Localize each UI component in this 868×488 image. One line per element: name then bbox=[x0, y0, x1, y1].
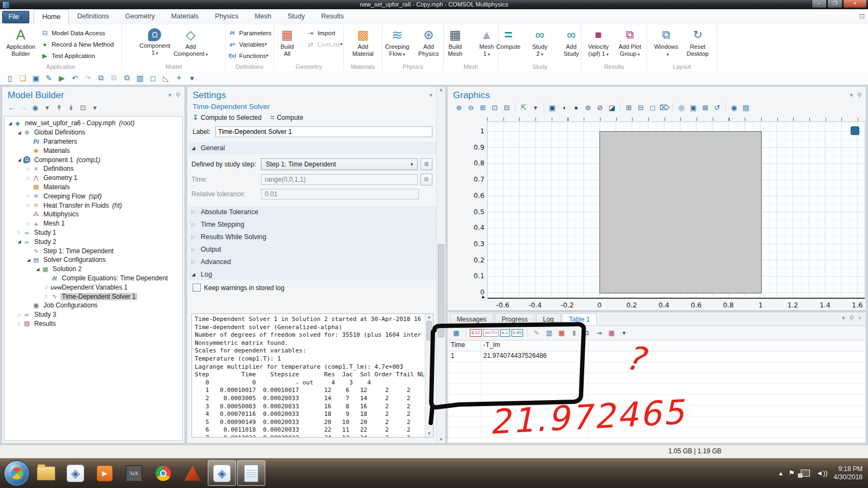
collapse-icon[interactable]: ◢ bbox=[16, 130, 23, 135]
tab-geometry[interactable]: Geometry bbox=[117, 9, 163, 24]
chevron-down-icon[interactable]: ▾ bbox=[618, 329, 629, 337]
comsol-window-button[interactable]: ◈ bbox=[208, 460, 236, 486]
tab-study[interactable]: Study bbox=[279, 9, 313, 24]
select-button[interactable]: ▣ bbox=[546, 104, 558, 112]
move-down-button[interactable]: ↡ bbox=[65, 104, 77, 112]
add-component-button[interactable]: ◇AddComponent ▾ bbox=[172, 25, 209, 62]
build-mesh-button[interactable]: ▦BuildMesh bbox=[439, 25, 471, 62]
tree-item[interactable]: ⁂Multiphysics bbox=[4, 210, 182, 219]
variables-button[interactable]: a=Variables ▾ bbox=[225, 38, 275, 50]
scroll-up-icon[interactable]: ▲ bbox=[437, 87, 445, 93]
tree-item[interactable]: ▷uvwDependent Variables 1 bbox=[4, 282, 182, 292]
expand-icon[interactable]: ▷ bbox=[25, 203, 32, 208]
study-2-button[interactable]: ∞Study2 ▾ bbox=[524, 25, 556, 62]
comsol-button[interactable]: ◈ bbox=[61, 458, 90, 488]
scientific-notation-button[interactable]: e-1 bbox=[500, 329, 510, 337]
log-scrollbar[interactable]: ▲ ▼ bbox=[425, 314, 433, 437]
compute-button[interactable]: =Compute bbox=[270, 114, 303, 121]
delete-selection-button[interactable]: ⌦ bbox=[659, 104, 671, 112]
tab-table-1[interactable]: Table 1 bbox=[562, 313, 597, 325]
zoom-out-button[interactable]: ⊖ bbox=[465, 104, 477, 112]
table-window-button[interactable]: ▦ bbox=[556, 329, 567, 337]
tree-item[interactable]: ◢▩Solution 2 bbox=[4, 265, 182, 274]
expand-icon[interactable]: ▷ bbox=[43, 285, 50, 290]
clear-selection-button[interactable]: ◺ bbox=[159, 74, 173, 82]
zoom-selected-button[interactable]: ⊟ bbox=[501, 104, 513, 112]
tree-item[interactable]: ▷≡Definitions bbox=[4, 164, 182, 174]
velocity-plot-button[interactable]: ■Velocity(spf) 1 ▾ bbox=[583, 25, 614, 62]
minimize-button[interactable]: – bbox=[812, 0, 827, 8]
plot-canvas[interactable]: ▲ 10.90.80.70.60.50.40.30.20.10-0.6-0.4-… bbox=[487, 121, 865, 299]
tree-item[interactable]: ▷⋀Geometry 1 bbox=[4, 174, 182, 183]
media-player-button[interactable]: ▶ bbox=[90, 458, 119, 488]
tree-item[interactable]: ∂tCompile Equations: Time Dependent bbox=[4, 274, 182, 283]
expand-icon[interactable]: ▷ bbox=[25, 176, 32, 181]
tab-results[interactable]: Results bbox=[313, 9, 352, 24]
tree-item[interactable]: ▷≋Creeping Flow(spf) bbox=[4, 191, 182, 201]
pin-icon[interactable]: ⚲ bbox=[857, 92, 861, 99]
collapse-icon[interactable]: ◢ bbox=[16, 239, 23, 244]
expand-icon[interactable]: ▷ bbox=[16, 230, 23, 235]
collapse-icon[interactable]: ◢ bbox=[7, 121, 14, 126]
import-button[interactable]: ⇥Import bbox=[303, 27, 346, 38]
notepad-window-button[interactable] bbox=[237, 460, 265, 486]
tree-item[interactable]: ∿Step 1: Time Dependent bbox=[4, 246, 182, 255]
close-icon[interactable]: × bbox=[858, 314, 861, 322]
tree-item[interactable]: ◉Materials bbox=[4, 146, 182, 155]
view-orientation-button[interactable]: ⇱ bbox=[518, 104, 529, 112]
chevron-down-icon[interactable]: ▾ bbox=[41, 104, 53, 112]
view-hidden-button[interactable]: ▣ bbox=[687, 104, 699, 112]
tree-item[interactable]: ▷▨Results bbox=[4, 319, 182, 329]
run-button[interactable]: ▶ bbox=[55, 74, 68, 82]
open-button[interactable]: ❏ bbox=[16, 74, 29, 82]
plot-tool-icon[interactable] bbox=[851, 126, 859, 135]
start-button[interactable] bbox=[2, 458, 31, 488]
tree-item[interactable]: ▷∿Time-Dependent Solver 1 bbox=[4, 292, 182, 301]
duplicate-button[interactable]: ⧉ bbox=[120, 73, 133, 82]
close-button[interactable]: × bbox=[843, 0, 867, 8]
section-output[interactable]: ▷Output bbox=[188, 243, 444, 255]
label-input[interactable] bbox=[215, 126, 432, 137]
undo-button[interactable]: ↶ bbox=[68, 74, 81, 82]
scroll-down-icon[interactable]: ▼ bbox=[425, 431, 433, 437]
table-row[interactable]: 121.974074437526486 bbox=[449, 351, 865, 362]
decimal-notation-button[interactable]: 0.85 bbox=[512, 329, 524, 337]
tab-physics[interactable]: Physics bbox=[207, 9, 246, 24]
component-1-button[interactable]: ΩComponent1 ▾ bbox=[138, 25, 172, 62]
action-center-icon[interactable]: ⚑ bbox=[788, 469, 795, 477]
auto-precision-button[interactable]: AUTO bbox=[483, 329, 499, 337]
move-up-button[interactable]: ↟ bbox=[53, 104, 65, 112]
measure-button[interactable]: ⊞ bbox=[623, 104, 635, 112]
paint-button[interactable]: ✎ bbox=[531, 329, 542, 337]
reset-desktop-button[interactable]: ↻ResetDesktop bbox=[682, 25, 713, 62]
go-to-study-step-button[interactable]: ≣ bbox=[420, 158, 432, 170]
geometry-rectangle[interactable] bbox=[599, 131, 762, 293]
clip-button[interactable]: ⊟ bbox=[635, 104, 647, 112]
build-all-button[interactable]: ▦BuildAll bbox=[271, 25, 303, 62]
model-data-access-button[interactable]: ⊟Model Data Access bbox=[37, 27, 117, 38]
save-as-button[interactable]: ✎ bbox=[42, 74, 55, 82]
tab-materials[interactable]: Materials bbox=[163, 9, 207, 24]
copy-button[interactable]: ⧉ bbox=[94, 73, 107, 82]
tree-item[interactable]: ▷∞Study 3 bbox=[4, 310, 182, 319]
hide-button[interactable]: ◎ bbox=[675, 104, 687, 112]
expand-icon[interactable]: ▷ bbox=[16, 321, 23, 326]
export-table-button[interactable]: ⇥ bbox=[593, 329, 604, 337]
tab-messages[interactable]: Messages bbox=[450, 313, 494, 325]
section-time-stepping[interactable]: ▷Time Stepping bbox=[188, 219, 444, 230]
add-material-button[interactable]: ▩AddMaterial bbox=[347, 25, 379, 62]
test-application-button[interactable]: ▶Test Application bbox=[37, 50, 117, 61]
chevron-down-icon[interactable]: ▾ bbox=[850, 92, 853, 99]
paste-button[interactable]: ⧉ bbox=[107, 73, 120, 82]
tree-item[interactable]: ▩Materials bbox=[4, 183, 182, 192]
tree-item[interactable]: ▷≋Heat Transfer in Fluids(ht) bbox=[4, 201, 182, 210]
parameters-button[interactable]: PiParameters bbox=[225, 27, 275, 38]
show-hidden-icons-button[interactable]: ▴ bbox=[779, 469, 783, 477]
table-format-button[interactable]: ▦ bbox=[606, 329, 617, 337]
section-general[interactable]: ◢ General bbox=[188, 142, 444, 154]
reset-hiding-button[interactable]: ↺ bbox=[711, 104, 723, 112]
full-precision-button[interactable]: 8-12 bbox=[470, 329, 482, 337]
expand-icon[interactable]: ▷ bbox=[25, 194, 32, 198]
creeping-flow-button[interactable]: ≋CreepingFlow ▾ bbox=[381, 25, 413, 62]
pin-icon[interactable]: ⚲ bbox=[850, 314, 854, 322]
